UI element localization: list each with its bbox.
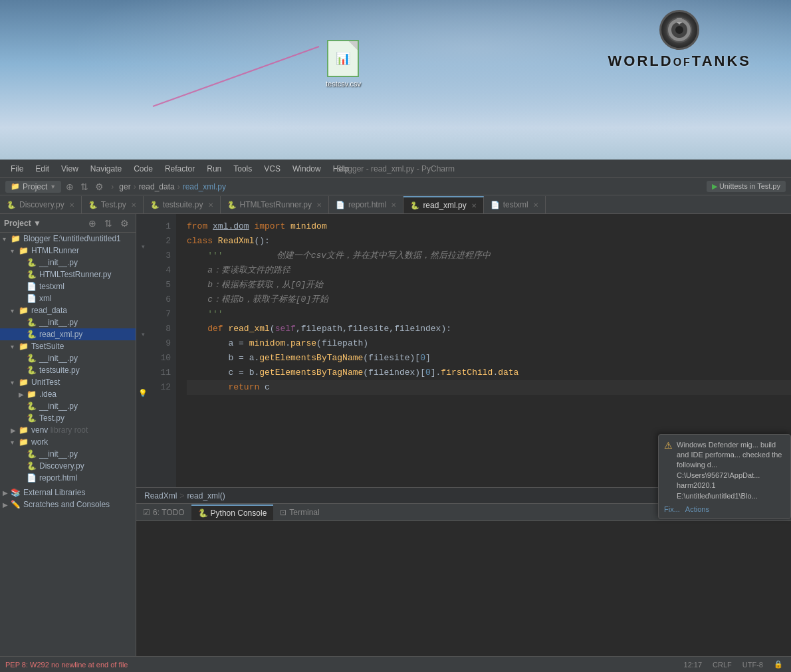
sidebar-item-blogger[interactable]: ▾ 📁 Blogger E:\untitled\untitled1 <box>0 233 136 245</box>
run-config[interactable]: ▶ Unittests in Test.py <box>707 181 786 192</box>
sidebar-item-init2[interactable]: 🐍 __init__.py <box>0 316 136 328</box>
sidebar-item-init4[interactable]: 🐍 __init__.py <box>0 400 136 412</box>
paren2: ( <box>270 322 275 336</box>
status-linesep[interactable]: CRLF <box>710 661 734 669</box>
sidebar-item-work[interactable]: ▾ 📁 work <box>0 436 136 448</box>
sidebar-item-htmltestrunner[interactable]: 🐍 HTMLTestRunner.py <box>0 269 136 280</box>
sidebar-item-scratches[interactable]: ▶ ✏️ Scratches and Consoles <box>0 499 136 510</box>
indent-7 <box>187 307 207 322</box>
breadcrumb-sep1: › <box>111 182 114 191</box>
breadcrumb-read-data[interactable]: read_data <box>139 182 175 191</box>
sidebar-item-xml[interactable]: 📄 xml <box>0 292 136 304</box>
sidebar-item-testxml[interactable]: 📄 testxml <box>0 280 136 292</box>
tab-close-report[interactable]: ✕ <box>391 201 396 209</box>
sidebar-item-read-data[interactable]: ▾ 📁 read_data <box>0 304 136 316</box>
arrow-blogger: ▾ <box>3 235 11 243</box>
menu-vcs[interactable]: VCS <box>259 162 286 175</box>
tab-close-test[interactable]: ✕ <box>131 201 136 209</box>
breadcrumb-readxml[interactable]: read_xml.py <box>183 182 226 191</box>
label-init4: __init__.py <box>39 401 78 411</box>
notif-actions-link[interactable]: Actions <box>685 505 709 513</box>
sp1 <box>207 219 213 234</box>
menu-navigate[interactable]: Navigate <box>85 162 127 175</box>
menu-run[interactable]: Run <box>201 162 227 175</box>
gutter-10 <box>136 356 150 371</box>
menu-edit[interactable]: Edit <box>30 162 55 175</box>
label-venv: venv library root <box>31 425 88 435</box>
menu-file[interactable]: File <box>5 162 29 175</box>
tab-close-discovery[interactable]: ✕ <box>69 201 74 209</box>
hint-icon-12[interactable]: 💡 <box>138 389 148 397</box>
sidebar-btn-settings[interactable]: ⚙ <box>118 217 132 230</box>
tab-label-testxml: testxml <box>503 200 528 209</box>
sidebar-item-unittest[interactable]: ▾ 📁 UnitTest <box>0 376 136 388</box>
menu-refactor[interactable]: Refactor <box>160 162 200 175</box>
toolbar-btn-1[interactable]: ⊕ <box>64 181 76 192</box>
tab-close-testxml[interactable]: ✕ <box>533 201 538 209</box>
gutter-2[interactable]: ▾ <box>136 239 150 254</box>
label-htmltestrunner: HTMLTestRunner.py <box>39 270 112 279</box>
comma3: , <box>389 322 394 336</box>
sidebar-item-extlibs[interactable]: ▶ 📚 External Libraries <box>0 487 136 499</box>
gutter-8[interactable]: ▾ <box>136 327 150 342</box>
desktop-file-testcsv[interactable]: 📊 testcsv.csv <box>326 40 361 88</box>
tab-close-htmltestrunner[interactable]: ✕ <box>316 201 322 209</box>
terminal-icon: ⊡ <box>280 508 286 517</box>
fold-class[interactable]: ▾ <box>142 243 145 250</box>
tab-close-readxml[interactable]: ✕ <box>471 202 477 209</box>
sidebar-item-idea[interactable]: ▶ 📁 .idea <box>0 388 136 400</box>
tab-htmltestrunner[interactable]: 🐍 HTMLTestRunner.py ✕ <box>221 196 330 213</box>
arrow-scratches: ▶ <box>3 501 11 508</box>
menu-view[interactable]: View <box>56 162 84 175</box>
tab-testxml[interactable]: 📄 testxml ✕ <box>484 196 546 213</box>
gutter-12[interactable]: 💡 <box>136 386 150 400</box>
tab-todo[interactable]: ☑ 6: TODO <box>136 504 191 520</box>
ebc-class[interactable]: ReadXml <box>144 491 177 501</box>
icon-idea: 📁 <box>27 390 37 399</box>
project-dropdown[interactable]: 📁 Project ▼ <box>5 181 61 193</box>
sidebar-item-init3[interactable]: 🐍 __init__.py <box>0 352 136 364</box>
menu-code[interactable]: Code <box>128 162 158 175</box>
wot-text: WORLDOFTANKS <box>608 53 751 69</box>
icon-init3: 🐍 <box>27 354 37 363</box>
tab-testsuite[interactable]: 🐍 testsuite.py ✕ <box>144 196 221 213</box>
tab-readxml[interactable]: 🐍 read_xml.py ✕ <box>403 196 483 213</box>
fold-def[interactable]: ▾ <box>142 331 145 338</box>
sidebar-item-readxml[interactable]: 🐍 read_xml.py <box>0 328 136 340</box>
ebc-method[interactable]: read_xml() <box>187 491 225 501</box>
breadcrumb-root[interactable]: ger <box>119 182 130 191</box>
status-encoding[interactable]: UTF-8 <box>740 661 766 669</box>
eq3: = <box>233 366 249 380</box>
sidebar-item-init5[interactable]: 🐍 __init__.py <box>0 448 136 460</box>
toolbar-btn-3[interactable]: ⚙ <box>93 181 106 192</box>
tab-test[interactable]: 🐍 Test.py ✕ <box>82 196 144 213</box>
menu-window[interactable]: Window <box>287 162 326 175</box>
sidebar-item-reporthtml[interactable]: 📄 report.html <box>0 472 136 484</box>
code-line-4: a：要读取文件的路径 <box>187 263 791 278</box>
arg-filepath: filepath <box>322 336 363 351</box>
sidebar-item-init1[interactable]: 🐍 __init__.py <box>0 257 136 269</box>
file-icon: 📊 <box>327 40 359 77</box>
toolbar-btn-2[interactable]: ⇅ <box>78 181 90 192</box>
method-getbytag2: getElementsByTagName <box>259 366 363 380</box>
sidebar-item-discovery[interactable]: 🐍 Discovery.py <box>0 460 136 472</box>
tab-report[interactable]: 📄 report.html ✕ <box>329 196 403 213</box>
status-error[interactable]: PEP 8: W292 no newline at end of file <box>5 661 128 669</box>
tab-icon-report: 📄 <box>336 201 345 209</box>
method-parse: parse <box>290 336 316 351</box>
sidebar-item-venv[interactable]: ▶ 📁 venv library root <box>0 424 136 436</box>
sidebar-btn-add[interactable]: ⊕ <box>86 217 99 230</box>
tab-close-testsuite[interactable]: ✕ <box>208 201 213 209</box>
eq2: = <box>233 351 249 366</box>
sidebar-item-testpy[interactable]: 🐍 Test.py <box>0 412 136 424</box>
sidebar-item-tsetsuite[interactable]: ▾ 📁 TsetSuite <box>0 340 136 352</box>
notif-fix-link[interactable]: Fix... <box>664 505 680 513</box>
menu-tools[interactable]: Tools <box>228 162 257 175</box>
sidebar-btn-collapse[interactable]: ⇅ <box>102 217 115 230</box>
sidebar-item-testsuite[interactable]: 🐍 testsuite.py <box>0 364 136 376</box>
tab-python-console[interactable]: 🐍 Python Console <box>191 504 274 520</box>
tab-discovery[interactable]: 🐍 Discovery.py ✕ <box>0 196 82 213</box>
sidebar-item-htmlrunner[interactable]: ▾ 📁 HTMLRunner <box>0 245 136 257</box>
tab-terminal[interactable]: ⊡ Terminal <box>273 504 326 520</box>
label-xml: xml <box>39 294 52 303</box>
